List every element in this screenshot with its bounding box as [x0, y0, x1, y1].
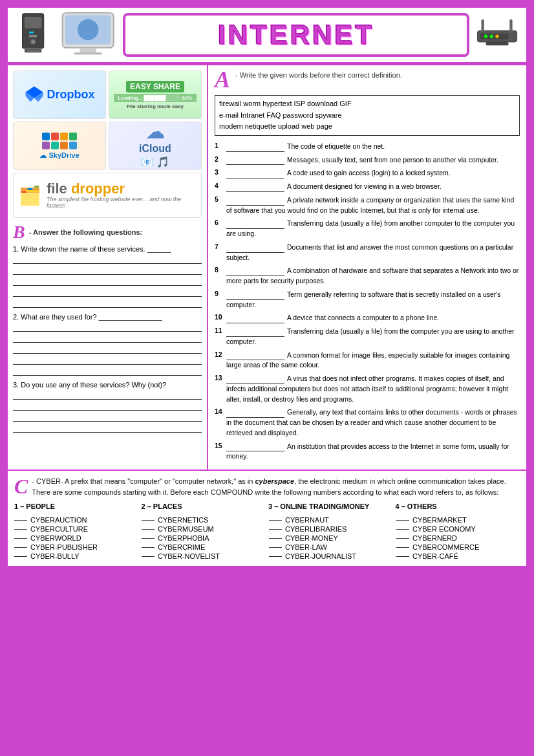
- cyber-blank: [14, 520, 27, 521]
- def-num: 9: [215, 289, 225, 299]
- cyber-word-cyberworld: CYBERWORLD: [14, 534, 138, 543]
- definition-item-15: 15 An institution that provides access t…: [215, 441, 520, 462]
- def-num: 4: [215, 181, 225, 191]
- svg-point-20: [490, 35, 493, 38]
- def-blank: [226, 167, 284, 178]
- def-num: 10: [215, 312, 225, 323]
- cyber-blank: [142, 547, 155, 548]
- cyber-col-1: CYBERAUCTION CYBERCULTURE CYBERWORLD CYB…: [14, 515, 138, 561]
- definition-item-13: 13 A virus that does not infect other pr…: [215, 373, 520, 404]
- cyber-categories: 1 – PEOPLE 2 – PLACES 3 – ONLINE TRADING…: [14, 502, 520, 510]
- cyber-word-cybermarket: CYBERMARKET: [396, 515, 520, 524]
- def-blank: [226, 242, 284, 253]
- page: INTERNET: [5, 5, 529, 568]
- def-text: A private network inside a company or or…: [226, 195, 520, 216]
- definition-item-8: 8 A combination of hardware and software…: [215, 265, 520, 286]
- def-num: 2: [215, 155, 225, 165]
- def-text: Generally, any text that contains links …: [226, 407, 520, 438]
- title-box: INTERNET: [123, 13, 469, 57]
- easy-share-bar: Loading... ██████░░░░ 60%: [114, 94, 197, 102]
- svg-rect-1: [25, 17, 41, 28]
- cyber-col-4: CYBERMARKET CYBER ECONOMY CYBERNERD CYBE…: [396, 515, 520, 561]
- def-blank: [226, 312, 284, 323]
- svg-point-3: [32, 40, 35, 43]
- answer-line: [13, 334, 202, 343]
- file-dropper-icon: 🗂️: [19, 185, 41, 206]
- cyber-blank: [269, 556, 282, 557]
- question-1: 1. Write down the name of these services…: [13, 245, 202, 308]
- easy-share-subtitle: File sharing made easy: [127, 103, 184, 109]
- question-1-text: 1. Write down the name of these services…: [13, 245, 202, 253]
- category-1: 1 – PEOPLE: [14, 502, 139, 510]
- category-4: 4 – OTHERS: [396, 502, 520, 510]
- svg-rect-4: [29, 35, 37, 38]
- svg-rect-23: [482, 19, 484, 32]
- def-text: Term generally referring to software tha…: [226, 289, 520, 310]
- def-blank: [226, 326, 284, 337]
- def-num: 7: [215, 242, 225, 252]
- page-title: INTERNET: [137, 19, 455, 50]
- def-text: A virus that does not infect other progr…: [226, 373, 520, 404]
- services-images: Dropbox EASY SHARE Loading... ██████░░░░…: [13, 70, 202, 218]
- router-icon: [475, 16, 520, 54]
- cyber-word-cyber-novelist: CYBER-NOVELIST: [142, 552, 265, 561]
- header: INTERNET: [8, 8, 526, 64]
- section-c-text: - CYBER- A prefix that means "computer" …: [32, 476, 520, 497]
- file-dropper-text: file dropper The simplest file hosting w…: [47, 182, 196, 209]
- section-c: C - CYBER- A prefix that means "computer…: [8, 470, 526, 566]
- definition-item-2: 2 Messages, usually text, sent from one …: [215, 155, 520, 166]
- cyber-word-cybernaut: CYBERNAUT: [269, 515, 392, 524]
- section-a-letter: A: [215, 68, 230, 91]
- answer-line: [13, 323, 202, 332]
- def-text: A combination of hardware and software t…: [226, 265, 520, 286]
- answer-line: [13, 413, 202, 422]
- question-2-text: 2. What are they used for? _____________…: [13, 313, 202, 321]
- file-dropper-name: file dropper: [47, 182, 196, 196]
- definition-item-1: 1 The code of etiquette on the net.: [215, 141, 520, 152]
- dropbox-label: Dropbox: [47, 88, 95, 102]
- definition-item-4: 4 A document designed for viewing in a w…: [215, 181, 520, 192]
- cyber-blank: [14, 547, 27, 548]
- answer-line: [13, 356, 202, 365]
- answer-line: [13, 424, 202, 433]
- cyber-blank: [14, 538, 27, 539]
- cyber-col-3: CYBERNAUT CYBERLIBRARIES CYBER-MONEY CYB…: [269, 515, 392, 561]
- section-b-header: B - Answer the following questions:: [13, 223, 202, 241]
- def-blank: [226, 195, 284, 206]
- def-blank: [226, 265, 284, 276]
- def-num: 3: [215, 167, 225, 178]
- cyber-blank: [396, 529, 409, 530]
- answer-line: [13, 402, 202, 411]
- easy-share-image: EASY SHARE Loading... ██████░░░░ 60% Fil…: [109, 70, 202, 119]
- def-text: A document designed for viewing in a web…: [226, 181, 520, 192]
- question-3-text: 3. Do you use any of these services? Why…: [13, 381, 202, 389]
- svg-rect-7: [27, 50, 39, 52]
- section-b-instruction: - Answer the following questions:: [29, 228, 143, 236]
- easy-share-title: EASY SHARE: [126, 81, 184, 92]
- left-panel: Dropbox EASY SHARE Loading... ██████░░░░…: [8, 65, 208, 470]
- answer-line: [13, 367, 202, 376]
- answer-line: [13, 299, 202, 308]
- category-2: 2 – PLACES: [142, 502, 266, 510]
- def-text: The code of etiquette on the net.: [226, 141, 520, 152]
- cyber-word-cybernetics: CYBERNETICS: [142, 515, 265, 524]
- right-panel: A - Write the given words before their c…: [208, 65, 526, 470]
- def-num: 13: [215, 373, 225, 383]
- def-text: A device that connects a computer to a p…: [226, 312, 520, 323]
- def-text: Transferring data (usually a file) from …: [226, 218, 520, 239]
- cyber-word-cyberphobia: CYBERPHOBIA: [142, 534, 265, 543]
- definition-item-9: 9 Term generally referring to software t…: [215, 289, 520, 310]
- section-b-letter: B: [13, 223, 25, 241]
- question-2-lines: [13, 323, 202, 376]
- cyber-blank: [142, 520, 155, 521]
- dropbox-image: Dropbox: [13, 70, 106, 119]
- section-a-instruction: - Write the given words before their cor…: [235, 70, 402, 80]
- def-text: Messages, usually text, sent from one pe…: [226, 155, 520, 166]
- definition-item-7: 7 Documents that list and answer the mos…: [215, 242, 520, 263]
- definition-item-3: 3 A code used to gain access (login) to …: [215, 167, 520, 178]
- category-3: 3 – ONLINE TRADING/MONEY: [268, 502, 393, 510]
- def-num: 15: [215, 441, 225, 451]
- def-num: 1: [215, 141, 225, 151]
- definition-item-11: 11 Transferring data (usually a file) fr…: [215, 326, 520, 347]
- def-num: 5: [215, 195, 225, 205]
